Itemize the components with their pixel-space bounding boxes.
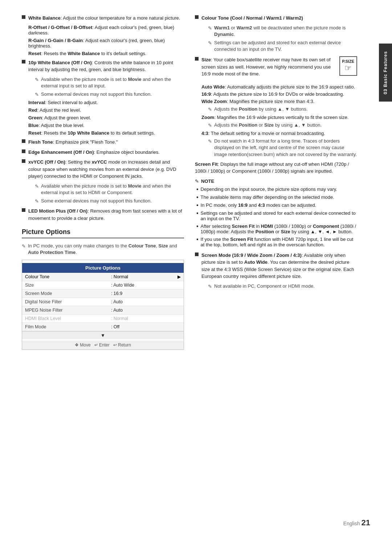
size-item: Size: Your cable box/satellite receiver … (195, 56, 336, 78)
digital-noise-value: : Auto (108, 297, 166, 306)
table-row-hdmi-black[interactable]: HDMI Black Level : Normal (22, 314, 184, 323)
nav-footer: ❖ Move ↵ Enter ↩ Return (22, 341, 184, 349)
bullet-square-4 (22, 149, 25, 153)
size-text-block: Size: Your cable box/satellite receiver … (195, 56, 336, 81)
pencil-icon-9: ✎ (208, 122, 212, 129)
screen-mode-value: : 16:9 (108, 289, 166, 297)
flesh-tone-item: Flesh Tone: Emphasize pink "Flesh Tone." (22, 139, 184, 146)
10p-wb-item: 10p White Balance (Off / On): Controls t… (22, 59, 184, 73)
screen-fit-item: Screen Fit: Displays the full image with… (195, 161, 357, 175)
size-desc-text: Size: Your cable box/satellite receiver … (201, 56, 336, 78)
dot-3: • (196, 202, 199, 208)
warm1-note: ✎ Warm1 or Warm2 will be deactivated whe… (208, 25, 357, 38)
table-row-colour-tone[interactable]: Colour Tone : Normal ▶ (22, 273, 184, 281)
note-item-1: • Depending on the input source, the pic… (195, 186, 357, 192)
position-note-1: ✎ Adjusts the Position by using ▲, ▼ but… (208, 106, 357, 113)
10p-wb-ref: 10p White Balance (68, 130, 109, 136)
note-item-1-text: Depending on the input source, the pictu… (201, 186, 337, 192)
edge-enhancement-bold: Edge Enhancement (Off / On) (28, 149, 94, 155)
note-item-4: • Settings can be adjusted and stored fo… (195, 210, 357, 221)
led-motion-bold: LED Motion Plus (Off / On) (28, 208, 87, 214)
table-row-screen-mode[interactable]: Screen Mode : 16:9 (22, 289, 184, 297)
note-movie-2-text: Available when the picture mode is set t… (41, 183, 184, 196)
side-tab-label: 03 Basic Features (383, 51, 388, 94)
not-available-note-text: Not available in PC, Component or HDMI m… (214, 283, 315, 290)
burn-warning-note: ✎ Do not watch in 4:3 format for a long … (208, 138, 357, 158)
note-movie-1: ✎ Available when the picture mode is set… (35, 76, 184, 89)
16-9-bold: 16:9 (201, 91, 211, 97)
wide-zoom-bold: Wide Zoom (201, 99, 227, 104)
xvycc-item: xvYCC (Off / On): Setting the xvYCC mode… (22, 159, 184, 180)
bullet-square-7 (195, 15, 199, 19)
auto-wide-bold: Auto Wide (201, 84, 225, 90)
note-movie-2: ✎ Available when the picture mode is set… (35, 183, 184, 196)
pc-mode-text: In PC mode, you can only make changes to… (28, 243, 184, 256)
position-note-2: ✎ Adjusts the Position or Size by using … (208, 122, 357, 129)
bullet-square-3 (22, 139, 25, 143)
size-value: : Auto Wide (108, 281, 166, 289)
bullet-square-5 (22, 159, 25, 163)
hdmi-black-label: HDMI Black Level (22, 314, 108, 323)
position-note-2-text: Adjusts the Position or Size by using ▲,… (214, 122, 322, 128)
flesh-tone-text: Flesh Tone: Emphasize pink "Flesh Tone." (28, 139, 184, 146)
green-item: Green: Adjust the green level. (28, 115, 184, 120)
pencil-icon-4: ✎ (35, 198, 39, 205)
white-balance-bold: White Balance (28, 15, 61, 21)
reset-wb-item: Reset: Resets the White Balance to it's … (28, 51, 184, 56)
dot-2: • (196, 194, 199, 200)
note-external-2: ✎ Some external devices may not support … (35, 198, 184, 205)
pencil-icon-10: ✎ (208, 138, 212, 145)
mpeg-noise-arrow (166, 306, 184, 314)
note-item-6-text: If you use the Screen Fit function with … (201, 237, 357, 247)
screen-fit-bold: Screen Fit (195, 161, 218, 167)
note-item-2-text: The available items may differ depending… (201, 194, 334, 200)
pencil-icon-note: ✎ (195, 178, 199, 184)
table-row-film-mode[interactable]: Film Mode : Off (22, 323, 184, 331)
white-balance-text: White Balance: Adjust the colour tempera… (28, 15, 184, 22)
psize-box: P.SIZE ☞ (339, 56, 357, 76)
4-3-bold: 4:3 (201, 131, 208, 136)
position-note-1-text: Adjusts the Position by using ▲, ▼ butto… (214, 106, 308, 112)
warm1-note-text: Warm1 or Warm2 will be deactivated when … (214, 25, 357, 38)
blue-item: Blue: Adjust the blue level. (28, 123, 184, 128)
flesh-tone-bold: Flesh Tone (28, 139, 53, 145)
auto-wide-item: Auto Wide: Automatically adjusts the pic… (201, 84, 357, 90)
scroll-indicator: ▼ (22, 331, 184, 339)
interval-item: Interval: Select interval to adjust. (28, 100, 184, 105)
digital-noise-label: Digital Noise Filter (22, 297, 108, 306)
table-row-mpeg-noise[interactable]: MPEG Noise Filter : Auto (22, 306, 184, 314)
colour-tone-text: Colour Tone (Cool / Normal / Warm1 / War… (201, 15, 357, 22)
pencil-icon-8: ✎ (208, 106, 212, 113)
xvycc-ref: xvYCC (92, 159, 107, 165)
dot-4: • (196, 210, 199, 216)
hdmi-black-arrow (166, 314, 184, 323)
note-item-5-text: After selecting Screen Fit in HDMI (1080… (201, 223, 357, 234)
pc-mode-intro: ✎ In PC mode, you can only make changes … (22, 243, 184, 256)
screen-mode-item: Screen Mode (16:9 / Wide Zoom / Zoom / 4… (195, 252, 357, 280)
pencil-icon-2: ✎ (35, 91, 39, 98)
size-arrow (166, 281, 184, 289)
right-column: Colour Tone (Cool / Normal / Warm1 / War… (195, 15, 357, 527)
pencil-icon-5: ✎ (22, 243, 26, 250)
colour-tone-value: : Normal (108, 273, 166, 281)
digital-noise-arrow (166, 297, 184, 306)
film-mode-value: : Off (108, 323, 166, 331)
size-section: Size: Your cable box/satellite receiver … (195, 56, 357, 81)
size-bold: Size (201, 57, 211, 62)
colour-tone-bold: Colour Tone (Cool / Normal / Warm1 / War… (201, 15, 303, 21)
dot-1: • (196, 186, 199, 192)
colour-tone-label: Colour Tone (22, 273, 108, 281)
10p-wb-bold: 10p White Balance (Off / On) (28, 60, 92, 65)
english-label: English (343, 521, 360, 526)
10p-wb-text: 10p White Balance (Off / On): Controls t… (28, 59, 184, 73)
led-motion-text: LED Motion Plus (Off / On): Removes drag… (28, 208, 184, 222)
pencil-icon-3: ✎ (35, 183, 39, 190)
burn-warning-text: Do not watch in 4:3 format for a long ti… (214, 138, 357, 158)
mpeg-noise-value: : Auto (108, 306, 166, 314)
screen-mode-bold: Screen Mode (16:9 / Wide Zoom / Zoom / 4… (201, 252, 302, 258)
bullet-square (22, 15, 25, 19)
table-row-digital-noise[interactable]: Digital Noise Filter : Auto (22, 297, 184, 306)
not-available-note: ✎ Not available in PC, Component or HDMI… (208, 283, 357, 290)
4-3-item: 4:3: The default setting for a movie or … (201, 131, 357, 136)
table-row-size[interactable]: Size : Auto Wide (22, 281, 184, 289)
